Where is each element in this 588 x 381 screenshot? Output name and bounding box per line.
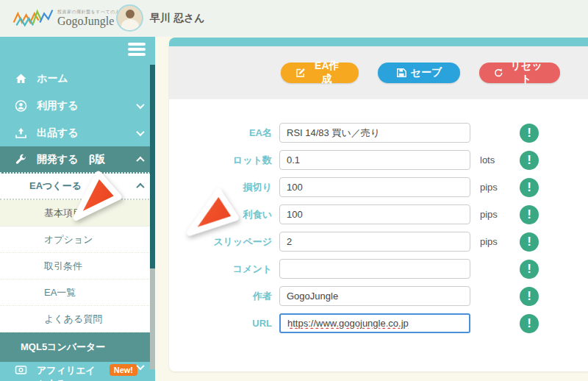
button-label: セーブ bbox=[411, 66, 442, 79]
field-label: 損切り bbox=[169, 181, 279, 194]
sidebar-item-use[interactable]: 利用する bbox=[0, 92, 155, 119]
warning-icon[interactable]: ! bbox=[520, 287, 539, 306]
sidebar-item-mql5-converter[interactable]: MQL5コンバーター bbox=[0, 332, 155, 362]
submenu-item-label: よくある質問 bbox=[44, 313, 102, 326]
sidebar-item-label: 開発する β版 bbox=[37, 153, 105, 166]
new-badge: New! bbox=[110, 364, 137, 376]
field-label: ロット数 bbox=[169, 154, 279, 167]
money-icon bbox=[15, 364, 27, 376]
warning-icon[interactable]: ! bbox=[520, 314, 539, 333]
ea-settings-form: EA名 ! ロット数 lots ! 損切り pips ! 利食い pips ! … bbox=[169, 99, 588, 337]
url-input[interactable] bbox=[279, 313, 470, 333]
field-label: 利食い bbox=[169, 208, 279, 221]
sidebar-item-basic[interactable]: 基本項目 bbox=[0, 200, 155, 227]
reset-button[interactable]: リセット bbox=[479, 63, 560, 83]
form-row: URL ! bbox=[169, 310, 588, 337]
sidebar: ホーム 利用する 出品する 開発する β版 EAつくーる 基本項目 bbox=[0, 37, 155, 381]
form-row: スリッページ pips ! bbox=[169, 228, 588, 255]
lot-size-input[interactable] bbox=[279, 150, 470, 170]
stop-loss-input[interactable] bbox=[279, 177, 470, 197]
form-row: 作者 ! bbox=[169, 282, 588, 310]
comment-input[interactable] bbox=[279, 259, 470, 279]
upload-icon bbox=[15, 127, 27, 139]
author-input[interactable] bbox=[279, 286, 470, 306]
field-label: EA名 bbox=[169, 127, 279, 140]
sidebar-item-ea-builder[interactable]: EAつくーる bbox=[0, 174, 155, 200]
submenu-item-label: 取引条件 bbox=[44, 260, 82, 273]
sidebar-item-faq[interactable]: よくある質問 bbox=[0, 306, 155, 332]
hamburger-menu-icon[interactable] bbox=[128, 43, 146, 58]
panel-top-bar bbox=[169, 38, 588, 46]
scrollbar-thumb[interactable] bbox=[150, 65, 155, 268]
user-name: 早川 忍さん bbox=[150, 12, 205, 25]
avatar bbox=[116, 4, 143, 32]
ea-builder-submenu: EAつくーる 基本項目 オプション 取引条件 EA一覧 よくある質問 bbox=[0, 174, 155, 332]
form-row: コメント ! bbox=[169, 255, 588, 282]
warning-icon[interactable]: ! bbox=[520, 232, 539, 252]
sidebar-item-label: 利用する bbox=[37, 99, 79, 113]
pencil-icon bbox=[295, 68, 306, 78]
field-label: スリッページ bbox=[169, 235, 279, 249]
ea-name-input[interactable] bbox=[279, 123, 470, 143]
user-icon bbox=[15, 100, 27, 112]
warning-icon[interactable]: ! bbox=[520, 151, 539, 170]
sidebar-item-ea-list[interactable]: EA一覧 bbox=[0, 279, 155, 306]
sidebar-item-label: アフィリエイトする bbox=[37, 364, 102, 381]
sidebar-item-affiliate[interactable]: アフィリエイトする New! bbox=[0, 362, 155, 379]
sidebar-item-label: MQL5コンバーター bbox=[21, 341, 105, 354]
sidebar-item-sell[interactable]: 出品する bbox=[0, 119, 155, 146]
sidebar-item-home[interactable]: ホーム bbox=[0, 65, 155, 92]
chevron-up-icon bbox=[136, 183, 144, 191]
sidebar-item-develop[interactable]: 開発する β版 bbox=[0, 146, 155, 174]
slippage-input[interactable] bbox=[279, 232, 470, 252]
button-label: リセット bbox=[508, 60, 545, 86]
save-button[interactable]: セーブ bbox=[378, 63, 460, 83]
sidebar-scrollbar[interactable] bbox=[150, 65, 155, 369]
form-row: 損切り pips ! bbox=[169, 174, 588, 201]
warning-icon[interactable]: ! bbox=[520, 260, 539, 279]
logo-zigzag-icon bbox=[12, 6, 54, 29]
warning-icon[interactable]: ! bbox=[520, 205, 539, 224]
floppy-icon bbox=[396, 68, 406, 78]
warning-icon[interactable]: ! bbox=[520, 178, 539, 197]
chevron-down-icon bbox=[136, 362, 144, 370]
unit-label: pips bbox=[480, 236, 509, 247]
chevron-down-icon bbox=[136, 100, 144, 108]
field-label: URL bbox=[169, 318, 279, 329]
app-header: 投資家の羅針盤をすべての人に。 GogoJungle 早川 忍さん bbox=[0, 0, 588, 37]
wrench-icon bbox=[15, 154, 27, 165]
unit-label: pips bbox=[480, 209, 509, 220]
field-label: 作者 bbox=[169, 290, 279, 303]
form-row: 利食い pips ! bbox=[169, 201, 588, 228]
sidebar-item-label: ホーム bbox=[37, 72, 68, 85]
ea-create-button[interactable]: EA作成 bbox=[281, 63, 359, 83]
field-label: コメント bbox=[169, 263, 279, 276]
form-row: EA名 ! bbox=[169, 119, 588, 146]
submenu-item-label: 基本項目 bbox=[44, 207, 82, 220]
home-icon bbox=[15, 73, 27, 85]
reset-icon bbox=[494, 68, 503, 78]
sidebar-item-options[interactable]: オプション bbox=[0, 227, 155, 253]
submenu-item-label: オプション bbox=[44, 233, 93, 246]
unit-label: lots bbox=[480, 154, 509, 165]
sidebar-item-trade-conditions[interactable]: 取引条件 bbox=[0, 253, 155, 279]
unit-label: pips bbox=[480, 182, 509, 193]
take-profit-input[interactable] bbox=[279, 204, 470, 224]
chevron-down-icon bbox=[136, 127, 144, 135]
main-panel: EA作成 セーブ リセット EA名 bbox=[169, 38, 588, 371]
toolbar: EA作成 セーブ リセット bbox=[169, 46, 588, 99]
submenu-item-label: EA一覧 bbox=[44, 286, 76, 299]
warning-icon[interactable]: ! bbox=[520, 124, 539, 143]
chevron-up-icon bbox=[136, 156, 144, 164]
button-label: EA作成 bbox=[310, 60, 344, 86]
sidebar-item-label: 出品する bbox=[37, 127, 79, 140]
form-row: ロット数 lots ! bbox=[169, 146, 588, 174]
user-account[interactable]: 早川 忍さん bbox=[116, 4, 205, 32]
brand-logo[interactable]: 投資家の羅針盤をすべての人に。 GogoJungle bbox=[12, 6, 129, 29]
submenu-title-label: EAつくーる bbox=[29, 179, 82, 193]
